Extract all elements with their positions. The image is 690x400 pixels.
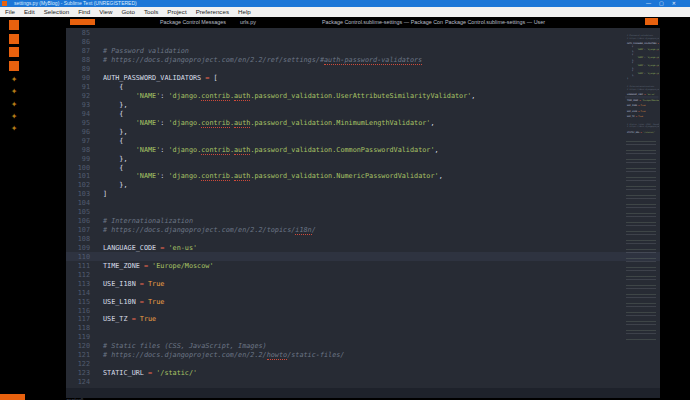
code-line-93[interactable]: 93 },	[66, 101, 660, 110]
code-line-113[interactable]: 113USE_I18N = True	[66, 279, 660, 288]
code-line-102[interactable]: 102 },	[66, 181, 660, 190]
line-number: 98	[66, 146, 96, 154]
spark-icon[interactable]: ✦	[9, 75, 19, 84]
spark-icon[interactable]: ✦	[9, 112, 19, 121]
menu-item-project[interactable]: Project	[167, 7, 186, 17]
code-text: # Internationalization	[96, 217, 193, 225]
code-line-90[interactable]: 90AUTH_PASSWORD_VALIDATORS = [	[66, 74, 660, 83]
taskbar-app-icon[interactable]	[9, 34, 19, 44]
line-number: 91	[66, 83, 96, 91]
code-line-85[interactable]: 85	[66, 29, 660, 38]
line-number: 101	[66, 172, 96, 180]
line-number: 86	[66, 38, 96, 46]
code-line-119[interactable]: 119	[66, 333, 660, 342]
code-line-98[interactable]: 98 'NAME': 'django.contrib.auth.password…	[66, 145, 660, 154]
minimap-filler	[626, 141, 656, 341]
close-button[interactable]: ✕	[672, 0, 676, 7]
code-text: # https://docs.djangoproject.com/en/2.2/…	[96, 56, 422, 64]
tab-bar: Package Control Messagesurls.pyPackage C…	[0, 17, 690, 28]
menu-item-tools[interactable]: Tools	[144, 7, 158, 17]
menu-item-selection[interactable]: Selection	[44, 7, 69, 17]
line-number: 107	[66, 226, 96, 234]
line-number: 114	[66, 289, 96, 297]
code-line-108[interactable]: 108	[66, 235, 660, 244]
code-text: USE_TZ = True	[96, 315, 156, 323]
line-number: 104	[66, 199, 96, 207]
code-line-117[interactable]: 117USE_TZ = True	[66, 315, 660, 324]
code-line-104[interactable]: 104	[66, 199, 660, 208]
code-line-121[interactable]: 121# https://docs.djangoproject.com/en/2…	[66, 351, 660, 360]
menu-item-help[interactable]: Help	[238, 7, 251, 17]
code-text: # Password validation	[96, 47, 189, 55]
code-line-112[interactable]: 112	[66, 270, 660, 279]
line-number: 90	[66, 74, 96, 82]
taskbar-app-icon[interactable]	[9, 61, 19, 71]
code-line-107[interactable]: 107# https://docs.djangoproject.com/en/2…	[66, 226, 660, 235]
code-line-106[interactable]: 106# Internationalization	[66, 217, 660, 226]
code-line-99[interactable]: 99 },	[66, 154, 660, 163]
line-number: 89	[66, 65, 96, 73]
tab-2[interactable]: urls.py	[240, 19, 256, 26]
code-line-101[interactable]: 101 'NAME': 'django.contrib.auth.passwor…	[66, 172, 660, 181]
tab-3[interactable]: Package Control.sublime-settings — Packa…	[322, 19, 443, 26]
code-text: 'NAME': 'django.contrib.auth.password_va…	[96, 172, 443, 180]
code-line-123[interactable]: 123STATIC_URL = '/static/'	[66, 369, 660, 378]
code-line-97[interactable]: 97 {	[66, 136, 660, 145]
code-line-94[interactable]: 94 {	[66, 109, 660, 118]
code-line-87[interactable]: 87# Password validation	[66, 47, 660, 56]
code-line-118[interactable]: 118	[66, 324, 660, 333]
tab-4[interactable]: Package Control.sublime-settings — User	[445, 19, 545, 26]
code-line-124[interactable]: 124	[66, 378, 660, 387]
line-number: 99	[66, 155, 96, 163]
menu-item-edit[interactable]: Edit	[24, 7, 35, 17]
line-number: 110	[66, 253, 96, 261]
code-line-115[interactable]: 115USE_L10N = True	[66, 297, 660, 306]
code-text: # https://docs.djangoproject.com/en/2.2/…	[96, 226, 316, 234]
line-number: 93	[66, 101, 96, 109]
line-number: 111	[66, 262, 96, 270]
line-number: 118	[66, 324, 96, 332]
menu-item-view[interactable]: View	[99, 7, 112, 17]
menu-item-find[interactable]: Find	[78, 7, 90, 17]
code-text: USE_TZ = True	[625, 115, 643, 117]
minimize-button[interactable]: —	[646, 0, 651, 7]
menu-item-preferences[interactable]: Preferences	[196, 7, 229, 17]
line-number: 92	[66, 92, 96, 100]
code-line-100[interactable]: 100 {	[66, 163, 660, 172]
code-line-120[interactable]: 120# Static files (CSS, JavaScript, Imag…	[66, 342, 660, 351]
code-line-114[interactable]: 114	[66, 288, 660, 297]
code-lines[interactable]: 858687# Password validation88# https://d…	[66, 29, 660, 388]
taskbar-app-icon[interactable]	[9, 47, 19, 57]
spark-icon[interactable]: ✦	[9, 87, 19, 96]
code-line-91[interactable]: 91 {	[66, 83, 660, 92]
code-line-105[interactable]: 105	[66, 208, 660, 217]
code-line-122[interactable]: 122	[66, 360, 660, 369]
code-line-103[interactable]: 103]	[66, 190, 660, 199]
line-number: 100	[66, 164, 96, 172]
code-line-116[interactable]: 116	[66, 306, 660, 315]
code-line-86[interactable]: 86	[66, 38, 660, 47]
code-line-109[interactable]: 109LANGUAGE_CODE = 'en-us'	[66, 244, 660, 253]
minimap-content: 858687# Password validation88# https://d…	[625, 29, 659, 136]
menu-item-file[interactable]: File	[5, 7, 15, 17]
minimap[interactable]: 858687# Password validation88# https://d…	[625, 29, 659, 369]
window-title: settings.py (MyBlog) - Sublime Text (UNR…	[14, 1, 137, 6]
code-line-110[interactable]: 110	[66, 252, 660, 261]
code-line-96[interactable]: 96 },	[66, 127, 660, 136]
tab-1[interactable]: Package Control Messages	[160, 19, 226, 26]
line-number: 120	[66, 342, 96, 350]
code-text: ]	[96, 190, 107, 198]
taskbar-app-icon[interactable]	[9, 20, 19, 30]
line-number: 85	[66, 29, 96, 37]
code-line-89[interactable]: 89	[66, 65, 660, 74]
menu-item-goto[interactable]: Goto	[121, 7, 134, 17]
spark-icon[interactable]: ✦	[9, 100, 19, 109]
code-line-92[interactable]: 92 'NAME': 'django.contrib.auth.password…	[66, 92, 660, 101]
spark-icon[interactable]: ✦	[9, 124, 19, 133]
code-line-111[interactable]: 111TIME_ZONE = 'Europe/Moscow'	[66, 261, 660, 270]
maximize-button[interactable]: ▢	[659, 0, 664, 7]
code-text: },	[96, 155, 128, 163]
code-text: # Static files (CSS, JavaScript, Images)	[96, 342, 267, 350]
code-line-95[interactable]: 95 'NAME': 'django.contrib.auth.password…	[66, 118, 660, 127]
code-line-88[interactable]: 88# https://docs.djangoproject.com/en/2.…	[66, 56, 660, 65]
